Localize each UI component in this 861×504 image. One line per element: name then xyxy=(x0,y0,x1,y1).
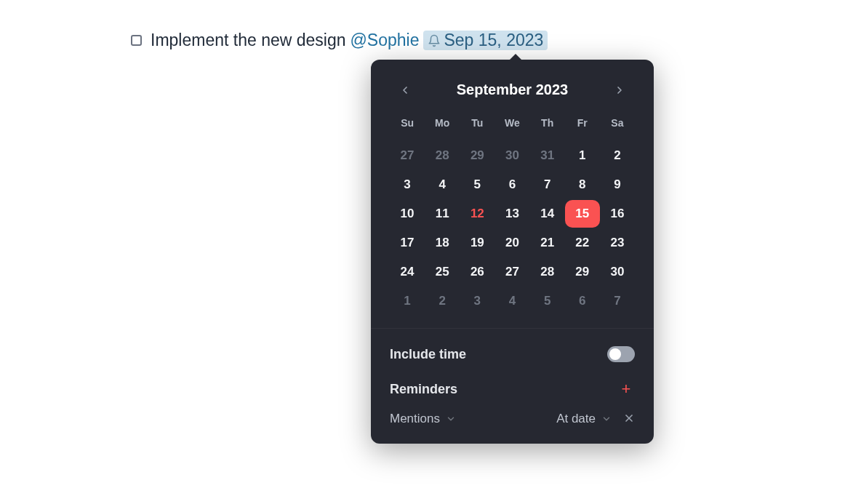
weekday-label: Mo xyxy=(425,113,460,133)
calendar-day[interactable]: 5 xyxy=(530,287,565,315)
weekday-label: Tu xyxy=(460,113,494,133)
calendar-day[interactable]: 5 xyxy=(460,171,494,199)
calendar-day[interactable]: 7 xyxy=(600,287,635,315)
calendar-day[interactable]: 1 xyxy=(390,287,425,315)
chevron-down-icon xyxy=(446,414,456,424)
calendar-day[interactable]: 9 xyxy=(600,171,635,199)
next-month-button[interactable] xyxy=(609,79,630,101)
calendar-day[interactable]: 6 xyxy=(565,287,600,315)
calendar-day[interactable]: 20 xyxy=(494,229,529,257)
calendar-day[interactable]: 1 xyxy=(565,142,600,169)
calendar-day[interactable]: 24 xyxy=(390,258,425,286)
calendar-day[interactable]: 4 xyxy=(425,171,460,199)
calendar-day[interactable]: 19 xyxy=(460,229,494,257)
calendar-day[interactable]: 8 xyxy=(565,171,600,199)
calendar-day[interactable]: 2 xyxy=(600,142,635,169)
calendar-day[interactable]: 13 xyxy=(494,200,529,228)
toggle-knob xyxy=(609,348,621,360)
calendar-day[interactable]: 22 xyxy=(565,229,600,257)
calendar-day[interactable]: 21 xyxy=(530,229,565,257)
calendar-day[interactable]: 15 xyxy=(565,200,600,228)
calendar-day[interactable]: 7 xyxy=(530,171,565,199)
calendar-day[interactable]: 29 xyxy=(565,258,600,286)
month-title: September 2023 xyxy=(457,81,568,98)
calendar-day[interactable]: 3 xyxy=(460,287,494,315)
calendar-day[interactable]: 10 xyxy=(390,200,425,228)
weekday-label: Th xyxy=(530,113,565,133)
include-time-row: Include time xyxy=(390,329,635,362)
weekday-label: Fr xyxy=(565,113,600,133)
include-time-toggle[interactable] xyxy=(607,346,635,362)
calendar-day[interactable]: 30 xyxy=(494,142,529,169)
task-checkbox[interactable] xyxy=(131,35,142,46)
weekday-label: Su xyxy=(390,113,425,133)
task-mention[interactable]: @Sophie xyxy=(351,31,420,50)
reminders-label: Reminders xyxy=(390,382,457,397)
calendar-day[interactable]: 28 xyxy=(530,258,565,286)
reminder-right-group: At date xyxy=(556,412,635,426)
calendar-day[interactable]: 4 xyxy=(494,287,529,315)
calendar-day[interactable]: 25 xyxy=(425,258,460,286)
calendar-day[interactable]: 3 xyxy=(390,171,425,199)
weekday-label: Sa xyxy=(600,113,635,133)
calendar-day[interactable]: 16 xyxy=(600,200,635,228)
calendar-day[interactable]: 31 xyxy=(530,142,565,169)
task-text: Implement the new design xyxy=(151,31,346,50)
task-line: Implement the new design @Sophie Sep 15,… xyxy=(131,31,548,50)
reminder-kind-value: Mentions xyxy=(390,412,440,426)
bell-icon xyxy=(428,34,441,47)
calendar-day[interactable]: 12 xyxy=(460,200,494,228)
reminders-header-row: Reminders + xyxy=(390,362,635,399)
add-reminder-button[interactable]: + xyxy=(617,380,635,399)
calendar-day[interactable]: 26 xyxy=(460,258,494,286)
weekday-label: We xyxy=(494,113,529,133)
reminder-kind-select[interactable]: Mentions xyxy=(390,412,456,426)
task-date-chip[interactable]: Sep 15, 2023 xyxy=(423,31,548,50)
calendar-day[interactable]: 30 xyxy=(600,258,635,286)
prev-month-button[interactable] xyxy=(394,79,416,101)
weekday-row: SuMoTuWeThFrSa xyxy=(390,113,635,133)
calendar-grid: 2728293031123456789101112131415161718192… xyxy=(390,142,635,315)
calendar-day[interactable]: 17 xyxy=(390,229,425,257)
reminder-when-select[interactable]: At date xyxy=(556,412,612,426)
task-date-label: Sep 15, 2023 xyxy=(444,31,543,50)
calendar-day[interactable]: 6 xyxy=(494,171,529,199)
reminder-when-value: At date xyxy=(556,412,596,426)
include-time-label: Include time xyxy=(390,347,466,362)
calendar-day[interactable]: 27 xyxy=(390,142,425,169)
calendar-day[interactable]: 28 xyxy=(425,142,460,169)
calendar-day[interactable]: 2 xyxy=(425,287,460,315)
calendar-day[interactable]: 29 xyxy=(460,142,494,169)
calendar-day[interactable]: 27 xyxy=(494,258,529,286)
calendar-header: September 2023 xyxy=(390,71,635,113)
reminder-row: Mentions At date xyxy=(390,399,635,426)
calendar-day[interactable]: 18 xyxy=(425,229,460,257)
chevron-down-icon xyxy=(601,414,612,424)
calendar-day[interactable]: 14 xyxy=(530,200,565,228)
remove-reminder-button[interactable] xyxy=(623,412,635,426)
date-popover: September 2023 SuMoTuWeThFrSa 2728293031… xyxy=(371,60,654,444)
calendar-day[interactable]: 23 xyxy=(600,229,635,257)
calendar-day[interactable]: 11 xyxy=(425,200,460,228)
